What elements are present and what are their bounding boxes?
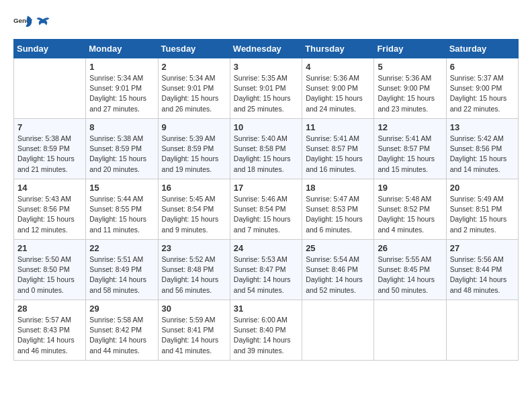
- day-number: 18: [306, 183, 370, 193]
- calendar-cell: 11Sunrise: 5:41 AMSunset: 8:57 PMDayligh…: [302, 119, 374, 179]
- day-number: 16: [162, 183, 226, 193]
- calendar-cell: 19Sunrise: 5:48 AMSunset: 8:52 PMDayligh…: [374, 179, 446, 240]
- calendar-cell: 18Sunrise: 5:47 AMSunset: 8:53 PMDayligh…: [302, 179, 374, 240]
- day-number: 30: [162, 304, 226, 314]
- calendar-cell: 17Sunrise: 5:46 AMSunset: 8:54 PMDayligh…: [230, 179, 302, 240]
- calendar-cell: 20Sunrise: 5:49 AMSunset: 8:51 PMDayligh…: [446, 179, 518, 240]
- day-number: 29: [89, 304, 154, 314]
- day-number: 9: [162, 122, 226, 132]
- day-info: Sunrise: 5:58 AMSunset: 8:42 PMDaylight:…: [89, 315, 154, 356]
- day-info: Sunrise: 5:39 AMSunset: 8:59 PMDaylight:…: [162, 134, 226, 175]
- day-info: Sunrise: 5:35 AMSunset: 9:01 PMDaylight:…: [234, 73, 298, 114]
- col-header-sunday: Sunday: [14, 40, 86, 58]
- day-info: Sunrise: 5:36 AMSunset: 9:00 PMDaylight:…: [306, 73, 370, 114]
- col-header-friday: Friday: [374, 40, 446, 58]
- calendar-cell: 25Sunrise: 5:54 AMSunset: 8:46 PMDayligh…: [302, 240, 374, 300]
- day-info: Sunrise: 5:36 AMSunset: 9:00 PMDaylight:…: [378, 73, 442, 114]
- day-number: 21: [17, 243, 82, 253]
- day-number: 17: [234, 183, 298, 193]
- calendar-cell: [374, 300, 446, 361]
- calendar-cell: 31Sunrise: 6:00 AMSunset: 8:40 PMDayligh…: [230, 300, 302, 361]
- day-info: Sunrise: 5:44 AMSunset: 8:55 PMDaylight:…: [89, 194, 154, 235]
- day-info: Sunrise: 5:48 AMSunset: 8:52 PMDaylight:…: [378, 194, 442, 235]
- day-info: Sunrise: 5:50 AMSunset: 8:50 PMDaylight:…: [17, 255, 82, 295]
- calendar-cell: 28Sunrise: 5:57 AMSunset: 8:43 PMDayligh…: [14, 300, 86, 361]
- day-info: Sunrise: 5:46 AMSunset: 8:54 PMDaylight:…: [234, 194, 298, 235]
- day-info: Sunrise: 5:45 AMSunset: 8:54 PMDaylight:…: [162, 194, 226, 235]
- calendar-cell: 3Sunrise: 5:35 AMSunset: 9:01 PMDaylight…: [230, 58, 302, 119]
- calendar-cell: 15Sunrise: 5:44 AMSunset: 8:55 PMDayligh…: [86, 179, 158, 240]
- day-info: Sunrise: 5:53 AMSunset: 8:47 PMDaylight:…: [234, 255, 298, 295]
- calendar-week-row: 21Sunrise: 5:50 AMSunset: 8:50 PMDayligh…: [14, 240, 519, 300]
- day-info: Sunrise: 5:34 AMSunset: 9:01 PMDaylight:…: [162, 73, 226, 114]
- day-info: Sunrise: 5:49 AMSunset: 8:51 PMDaylight:…: [450, 194, 515, 235]
- day-info: Sunrise: 5:54 AMSunset: 8:46 PMDaylight:…: [306, 255, 370, 295]
- calendar-cell: [302, 300, 374, 361]
- day-number: 20: [450, 183, 515, 193]
- day-number: 2: [162, 62, 226, 72]
- day-number: 22: [89, 243, 154, 253]
- day-number: 1: [89, 62, 154, 72]
- day-info: Sunrise: 5:43 AMSunset: 8:56 PMDaylight:…: [17, 194, 82, 235]
- logo-icon: General: [13, 13, 32, 32]
- day-number: 24: [234, 243, 298, 253]
- day-info: Sunrise: 5:38 AMSunset: 8:59 PMDaylight:…: [89, 134, 154, 175]
- calendar-week-row: 28Sunrise: 5:57 AMSunset: 8:43 PMDayligh…: [14, 300, 519, 361]
- day-number: 19: [378, 183, 442, 193]
- day-number: 6: [450, 62, 515, 72]
- day-number: 25: [306, 243, 370, 253]
- calendar-cell: 12Sunrise: 5:41 AMSunset: 8:57 PMDayligh…: [374, 119, 446, 179]
- day-number: 14: [17, 183, 82, 193]
- day-info: Sunrise: 5:38 AMSunset: 8:59 PMDaylight:…: [17, 134, 82, 175]
- calendar-cell: 8Sunrise: 5:38 AMSunset: 8:59 PMDaylight…: [86, 119, 158, 179]
- col-header-monday: Monday: [86, 40, 158, 58]
- calendar-cell: 26Sunrise: 5:55 AMSunset: 8:45 PMDayligh…: [374, 240, 446, 300]
- day-number: 11: [306, 122, 370, 132]
- day-number: 3: [234, 62, 298, 72]
- day-number: 8: [89, 122, 154, 132]
- col-header-saturday: Saturday: [446, 40, 518, 58]
- calendar-cell: 6Sunrise: 5:37 AMSunset: 9:00 PMDaylight…: [446, 58, 518, 119]
- calendar-cell: 5Sunrise: 5:36 AMSunset: 9:00 PMDaylight…: [374, 58, 446, 119]
- day-info: Sunrise: 5:40 AMSunset: 8:58 PMDaylight:…: [234, 134, 298, 175]
- logo-bird-icon: [36, 15, 50, 30]
- day-number: 7: [17, 122, 82, 132]
- day-number: 10: [234, 122, 298, 132]
- day-info: Sunrise: 5:52 AMSunset: 8:48 PMDaylight:…: [162, 255, 226, 295]
- calendar-cell: 2Sunrise: 5:34 AMSunset: 9:01 PMDaylight…: [158, 58, 230, 119]
- day-number: 4: [306, 62, 370, 72]
- day-info: Sunrise: 5:41 AMSunset: 8:57 PMDaylight:…: [306, 134, 370, 175]
- calendar-cell: 23Sunrise: 5:52 AMSunset: 8:48 PMDayligh…: [158, 240, 230, 300]
- calendar-cell: [14, 58, 86, 119]
- calendar-week-row: 1Sunrise: 5:34 AMSunset: 9:01 PMDaylight…: [14, 58, 519, 119]
- calendar-cell: 13Sunrise: 5:42 AMSunset: 8:56 PMDayligh…: [446, 119, 518, 179]
- col-header-tuesday: Tuesday: [158, 40, 230, 58]
- calendar-cell: 1Sunrise: 5:34 AMSunset: 9:01 PMDaylight…: [86, 58, 158, 119]
- col-header-thursday: Thursday: [302, 40, 374, 58]
- day-number: 12: [378, 122, 442, 132]
- calendar-cell: 14Sunrise: 5:43 AMSunset: 8:56 PMDayligh…: [14, 179, 86, 240]
- calendar-cell: 7Sunrise: 5:38 AMSunset: 8:59 PMDaylight…: [14, 119, 86, 179]
- day-info: Sunrise: 5:41 AMSunset: 8:57 PMDaylight:…: [378, 134, 442, 175]
- calendar-week-row: 7Sunrise: 5:38 AMSunset: 8:59 PMDaylight…: [14, 119, 519, 179]
- day-number: 13: [450, 122, 515, 132]
- day-info: Sunrise: 5:56 AMSunset: 8:44 PMDaylight:…: [450, 255, 515, 295]
- calendar-cell: 10Sunrise: 5:40 AMSunset: 8:58 PMDayligh…: [230, 119, 302, 179]
- logo: General: [13, 13, 51, 32]
- day-info: Sunrise: 5:51 AMSunset: 8:49 PMDaylight:…: [89, 255, 154, 295]
- day-number: 23: [162, 243, 226, 253]
- day-info: Sunrise: 5:47 AMSunset: 8:53 PMDaylight:…: [306, 194, 370, 235]
- day-info: Sunrise: 5:42 AMSunset: 8:56 PMDaylight:…: [450, 134, 515, 175]
- day-number: 31: [234, 304, 298, 314]
- day-number: 5: [378, 62, 442, 72]
- col-header-wednesday: Wednesday: [230, 40, 302, 58]
- day-number: 15: [89, 183, 154, 193]
- calendar-table: SundayMondayTuesdayWednesdayThursdayFrid…: [13, 39, 519, 361]
- calendar-cell: 24Sunrise: 5:53 AMSunset: 8:47 PMDayligh…: [230, 240, 302, 300]
- day-info: Sunrise: 5:59 AMSunset: 8:41 PMDaylight:…: [162, 315, 226, 356]
- calendar-week-row: 14Sunrise: 5:43 AMSunset: 8:56 PMDayligh…: [14, 179, 519, 240]
- day-number: 26: [378, 243, 442, 253]
- calendar-cell: 9Sunrise: 5:39 AMSunset: 8:59 PMDaylight…: [158, 119, 230, 179]
- day-number: 28: [17, 304, 82, 314]
- page-header: General: [13, 13, 519, 32]
